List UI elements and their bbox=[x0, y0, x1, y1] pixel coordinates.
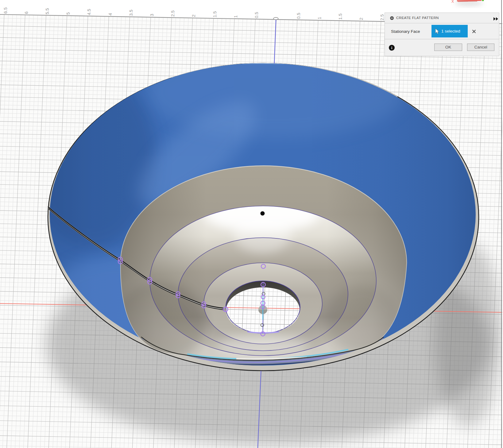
svg-text:3: 3 bbox=[149, 14, 154, 16]
svg-text:2: 2 bbox=[191, 14, 196, 17]
svg-text:1: 1 bbox=[233, 15, 238, 18]
svg-text:6.5: 6.5 bbox=[3, 7, 8, 14]
svg-text:5: 5 bbox=[66, 12, 71, 15]
svg-text:1.5: 1.5 bbox=[338, 14, 343, 20]
svg-text:2: 2 bbox=[359, 17, 364, 20]
svg-text:0.5: 0.5 bbox=[296, 13, 301, 19]
svg-text:2.5: 2.5 bbox=[170, 10, 175, 17]
svg-text:5.5: 5.5 bbox=[45, 8, 50, 14]
svg-text:3.5: 3.5 bbox=[129, 10, 133, 16]
svg-text:1: 1 bbox=[317, 17, 322, 19]
svg-text:4: 4 bbox=[108, 13, 113, 15]
svg-text:6: 6 bbox=[24, 11, 29, 14]
svg-text:4.5: 4.5 bbox=[87, 9, 91, 15]
svg-text:2.5: 2.5 bbox=[380, 14, 385, 21]
svg-text:0.5: 0.5 bbox=[254, 12, 259, 18]
svg-text:1.5: 1.5 bbox=[212, 11, 217, 17]
svg-text:X: X bbox=[451, 0, 454, 4]
